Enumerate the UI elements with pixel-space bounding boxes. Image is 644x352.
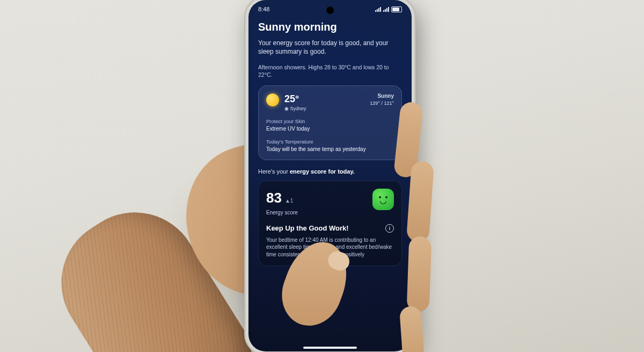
phone-screen[interactable]: 8:48 Sunny morning Your energy score for… <box>248 0 412 351</box>
score-delta: ▲1 <box>285 197 293 205</box>
home-indicator[interactable] <box>303 347 357 349</box>
energy-card[interactable]: 83 ▲1 Energy score Keep Up the Good Work… <box>258 181 402 266</box>
high-low-label: 129° / 121° <box>370 100 394 106</box>
wifi-icon <box>383 6 389 12</box>
temperature-value: 25° <box>284 92 306 105</box>
photo-background: 8:48 Sunny morning Your energy score for… <box>0 0 644 352</box>
forecast-text: Afternoon showers. Highs 28 to 30°C and … <box>258 63 402 78</box>
page-title: Sunny morning <box>258 20 402 34</box>
front-camera <box>326 6 334 14</box>
energy-score: 83 ▲1 <box>266 189 298 207</box>
energy-body: Your bedtime of 12:40 AM is contributing… <box>266 236 394 258</box>
temp-compare-label: Today's Temperature <box>266 139 394 146</box>
summary-text: Your energy score for today is good, and… <box>258 39 402 56</box>
location-label: ◉ Sydney <box>284 105 306 112</box>
condition-label: Sunny <box>370 92 394 100</box>
battery-icon <box>391 6 402 12</box>
app-content[interactable]: Sunny morning Your energy score for toda… <box>248 15 412 266</box>
status-icons <box>375 6 402 12</box>
energy-headline: Keep Up the Good Work! <box>266 224 349 233</box>
energy-mascot-icon <box>372 189 394 210</box>
uv-label: Protect your Skin <box>266 118 394 125</box>
status-time: 8:48 <box>258 5 269 13</box>
signal-icon <box>375 6 381 12</box>
temp-compare-value: Today will be the same temp as yesterday <box>266 146 394 153</box>
phone-device: 8:48 Sunny morning Your energy score for… <box>244 0 416 352</box>
uv-value: Extreme UV today <box>266 125 394 133</box>
weather-card[interactable]: 25° ◉ Sydney Sunny 129° / 121° Protect y… <box>258 85 402 160</box>
info-icon[interactable]: i <box>385 224 394 233</box>
sun-icon <box>266 94 279 106</box>
energy-score-label: Energy score <box>266 209 298 217</box>
energy-intro: Here's your energy score for today. <box>258 168 402 176</box>
